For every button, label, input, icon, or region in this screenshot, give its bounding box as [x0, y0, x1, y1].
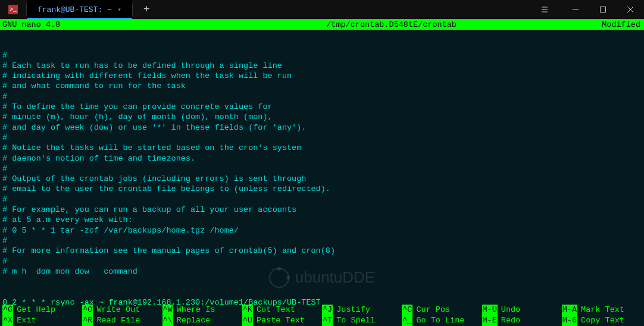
editor-line: # Each task to run has to be defined thr… [2, 61, 642, 71]
maximize-button[interactable] [589, 0, 617, 19]
plus-icon: + [143, 4, 150, 15]
editor-line: # [2, 51, 642, 61]
editor-line: # 0 5 * * 1 tar -zcf /var/backups/home.t… [2, 225, 642, 236]
tab-title: frank@UB-TEST: ~ [37, 5, 112, 14]
editor-line: # For more information see the manual pa… [2, 246, 642, 256]
editor-line: # Output of the crontab jobs (including … [2, 174, 642, 184]
window-titlebar: >_ frank@UB-TEST: ~ ▾ + [0, 0, 644, 19]
chevron-down-icon[interactable]: ▾ [118, 6, 121, 13]
close-button[interactable] [617, 0, 644, 19]
nano-filepath: /tmp/crontab.D548tE/crontab [181, 20, 602, 29]
editor-line: # To define the time you can provide con… [2, 102, 642, 112]
editor-line: # For example, you can run a backup of a… [2, 205, 642, 215]
nano-app-name: GNU nano 4.8 [2, 20, 181, 29]
editor-line: # and what command to run for the task [2, 81, 642, 91]
terminal-icon: >_ [8, 5, 18, 14]
editor-line: # Notice that tasks will be started base… [2, 143, 642, 153]
editor-line: # email to the user the crontab file bel… [2, 184, 642, 194]
nano-editor[interactable]: ## Each task to run has to be defined th… [0, 30, 644, 305]
close-icon [627, 7, 633, 12]
tab-terminal[interactable]: frank@UB-TEST: ~ ▾ [27, 0, 132, 19]
nano-header: GNU nano 4.8 /tmp/crontab.D548tE/crontab… [0, 19, 644, 30]
new-tab-button[interactable]: + [133, 0, 161, 19]
maximize-icon [600, 7, 606, 12]
editor-line: # [2, 164, 642, 174]
crontab-entry: 0 2 * * * rsync -ax ~ frank@192.168.1.23… [2, 297, 642, 308]
editor-line: # [2, 256, 642, 267]
editor-line: # and day of week (dow) or use '*' in th… [2, 123, 642, 133]
menu-button[interactable] [531, 0, 558, 19]
editor-line: # indicating with different fields when … [2, 71, 642, 81]
hamburger-icon [542, 7, 548, 12]
editor-line: # [2, 236, 642, 246]
nano-status: Modified [602, 20, 642, 29]
tab-icon-cell[interactable]: >_ [0, 0, 26, 19]
minimize-button[interactable] [562, 0, 589, 19]
editor-line: # [2, 133, 642, 143]
editor-line: # daemon's notion of time and timezones. [2, 153, 642, 164]
minimize-icon [573, 7, 579, 12]
editor-line: # [2, 195, 642, 205]
editor-line: # at 5 a.m every week with: [2, 215, 642, 225]
editor-line: # minute (m), hour (h), day of month (do… [2, 112, 642, 122]
svg-rect-0 [601, 7, 606, 12]
editor-line: # [2, 92, 642, 102]
editor-line: # m h dom mon dow command [2, 267, 642, 277]
